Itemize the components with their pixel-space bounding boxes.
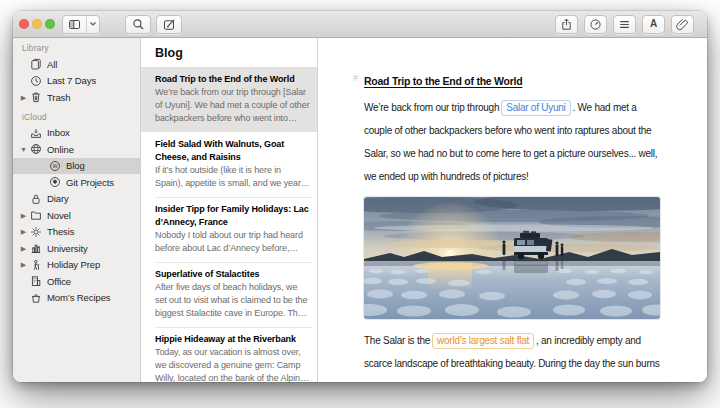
sidebar-item-inbox[interactable]: Inbox — [13, 125, 140, 142]
folder-icon — [29, 209, 42, 222]
outline-button[interactable] — [613, 15, 636, 34]
chevron-down-icon[interactable] — [87, 21, 99, 27]
window-controls — [19, 19, 55, 29]
sheet-preview: We’re back from our trip through [Salar … — [155, 86, 310, 125]
search-button[interactable] — [125, 15, 151, 34]
sidebar-item-diary[interactable]: Diary — [13, 191, 140, 208]
search-icon — [132, 18, 145, 31]
gear-icon — [29, 225, 42, 238]
sidebar-item-university[interactable]: ▶ University — [13, 240, 140, 257]
zoom-window-button[interactable] — [45, 19, 55, 29]
sheet-preview: Today, as our vacation is almost over, w… — [155, 346, 310, 382]
trash-icon — [29, 91, 42, 104]
list-item[interactable]: Hippie Hideaway at the Riverbank Today, … — [141, 327, 317, 382]
library-sidebar: Library All Last 7 Days ▶ — [13, 38, 141, 382]
list-header: Blog — [141, 38, 317, 67]
inbox-tray-icon — [29, 126, 42, 139]
sheet-preview: Nobody I told about our trip had heard b… — [155, 229, 310, 255]
sheet-title: Road Trip to the End of the World — [155, 73, 310, 86]
share-icon — [560, 18, 573, 31]
typography-button[interactable]: A — [642, 15, 665, 34]
outline-list-icon — [618, 18, 631, 31]
sidebar-section-library: Library — [13, 41, 140, 56]
sheet-preview: If it’s hot outside (like it is here in … — [155, 164, 310, 190]
sheet-list-pane: Blog Road Trip to the End of the World W… — [141, 38, 318, 382]
sidebar-item-blog[interactable]: W Blog — [13, 158, 140, 175]
disclosure-triangle[interactable]: ▶ — [18, 261, 29, 268]
toolbar-center — [125, 15, 182, 34]
sheet-heading: Road Trip to the End of the World — [364, 75, 522, 87]
sidebar-item-last-7-days[interactable]: Last 7 Days — [13, 73, 140, 90]
titlebar[interactable]: A — [13, 11, 707, 38]
columns-icon — [29, 242, 42, 255]
sidebar-item-moms-recipes[interactable]: Mom’s Recipes — [13, 290, 140, 307]
link-chip[interactable]: Salar of Uyuni — [501, 100, 570, 116]
paragraph: The Salar is theworld’s largest salt fla… — [364, 329, 664, 382]
list-item[interactable]: Road Trip to the End of the World We’re … — [141, 67, 317, 132]
toolbar-right: A — [555, 15, 694, 34]
sidebar-toggle-icon — [63, 16, 87, 33]
dashboard-icon — [589, 18, 602, 31]
list-item[interactable]: Field Salad With Walnuts, Goat Cheese, a… — [141, 132, 317, 197]
dashboard-button[interactable] — [584, 15, 607, 34]
sidebar-toggle-button[interactable] — [62, 15, 100, 34]
sidebar-item-thesis[interactable]: ▶ Thesis — [13, 224, 140, 241]
paragraph: We’re back from our trip throughSalar of… — [364, 96, 664, 188]
sidebar-item-git-projects[interactable]: Git Projects — [13, 174, 140, 191]
svg-text:W: W — [52, 163, 58, 169]
editor-pane[interactable]: # Road Trip to the End of the World We’r… — [318, 38, 707, 382]
minimize-window-button[interactable] — [32, 19, 42, 29]
globe-icon — [29, 143, 42, 156]
documents-icon — [29, 58, 42, 71]
typography-icon: A — [650, 19, 657, 29]
disclosure-triangle[interactable]: ▶ — [18, 212, 29, 219]
wordpress-icon: W — [48, 159, 61, 172]
sidebar-item-all[interactable]: All — [13, 56, 140, 73]
sidebar-item-trash[interactable]: ▶ Trash — [13, 89, 140, 106]
sidebar-item-online[interactable]: ▼ Online — [13, 141, 140, 158]
attach-button[interactable] — [671, 15, 694, 34]
app-window: A Library All — [13, 11, 707, 382]
close-window-button[interactable] — [19, 19, 29, 29]
sheet-title: Superlative of Stalactites — [155, 268, 310, 281]
list-item[interactable]: Superlative of Stalactites After five da… — [141, 262, 317, 327]
hiker-icon — [29, 258, 42, 271]
disclosure-triangle[interactable]: ▶ — [18, 228, 29, 235]
paperclip-icon — [676, 18, 689, 31]
lock-icon — [29, 192, 42, 205]
embedded-photo[interactable] — [364, 197, 660, 319]
compose-button[interactable] — [156, 15, 182, 34]
list-item[interactable]: Insider Tipp for Family Holidays: Lac d’… — [141, 197, 317, 262]
disclosure-triangle[interactable]: ▶ — [18, 94, 29, 101]
sheet-preview: After five days of beach holidays, we se… — [155, 281, 310, 320]
clock-icon — [29, 74, 42, 87]
github-icon — [48, 176, 61, 189]
highlight-chip[interactable]: world’s largest salt flat — [432, 333, 534, 349]
heading-markup-marker: # — [353, 73, 358, 83]
sheet-title: Insider Tipp for Family Holidays: Lac d’… — [155, 203, 310, 229]
building-icon — [29, 275, 42, 288]
disclosure-triangle[interactable]: ▶ — [18, 245, 29, 252]
compose-icon — [163, 18, 176, 31]
disclosure-triangle[interactable]: ▼ — [18, 146, 29, 153]
share-button[interactable] — [555, 15, 578, 34]
sidebar-item-holiday-prep[interactable]: ▶ Holiday Prep — [13, 257, 140, 274]
sidebar-item-office[interactable]: Office — [13, 273, 140, 290]
sheet-title: Field Salad With Walnuts, Goat Cheese, a… — [155, 138, 310, 164]
sidebar-item-novel[interactable]: ▶ Novel — [13, 207, 140, 224]
sheet-title: Hippie Hideaway at the Riverbank — [155, 333, 310, 346]
basket-icon — [29, 291, 42, 304]
sidebar-section-icloud: iCloud — [13, 110, 140, 125]
desktop-background: A Library All — [0, 0, 720, 408]
